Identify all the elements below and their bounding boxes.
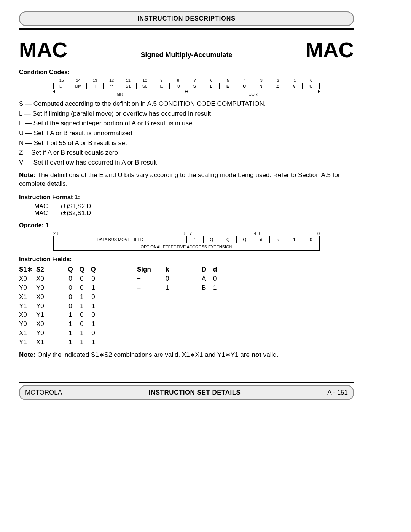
f-s1: Y0 <box>19 320 36 329</box>
hdr-q: Q <box>76 265 88 274</box>
fields-header-row: S1∗ S2 Q Q Q Sign k D d <box>19 265 354 274</box>
f-q: 0 <box>65 302 76 311</box>
ccr-bit: ** <box>104 83 120 89</box>
instruction-name: Signed Multiply-Accumulate <box>140 51 232 59</box>
bitnum: 15 <box>53 78 70 83</box>
format-mnemonic: MAC <box>34 203 61 210</box>
ccr-bit: U <box>236 83 253 89</box>
hdr-k: k <box>166 265 179 274</box>
opcode-bit: d <box>253 236 270 243</box>
f-sign: – <box>137 283 166 292</box>
ccr-bit: DM <box>70 83 87 89</box>
bitnum: 1 <box>287 78 303 83</box>
bitnum: 4 <box>236 78 253 83</box>
f-q: 1 <box>65 329 76 338</box>
f-q: 0 <box>88 329 99 338</box>
f-s1: X0 <box>19 274 36 283</box>
ccr-bit: L <box>203 83 220 89</box>
bitnum: 12 <box>103 78 120 83</box>
mr-ccr-labels: MR CCR <box>53 90 320 96</box>
bitnum: 3 <box>253 78 270 83</box>
f-d: 0 <box>213 274 221 283</box>
opcode-row-1: DATA BUS MOVE FIELD 1 Q Q Q d k 1 0 <box>53 236 320 243</box>
f-s2: Y0 <box>36 283 65 292</box>
bitnum: 7 <box>186 78 203 83</box>
bitnum: 11 <box>120 78 137 83</box>
f-q: 1 <box>76 302 88 311</box>
footer-right: A - 151 <box>327 389 348 396</box>
bitnum: 14 <box>70 78 87 83</box>
format-operands: (±)S2,S1,D <box>61 210 91 217</box>
condition-codes-heading: Condition Codes: <box>19 69 354 76</box>
fields-row: Y0 X0 1 0 1 <box>19 320 354 329</box>
hdr-s2: S2 <box>36 265 65 274</box>
f-k: 1 <box>166 283 179 292</box>
format-operands: (±)S1,S2,D <box>61 203 91 210</box>
fields-row: X0 Y1 1 0 0 <box>19 310 354 320</box>
fields-row: Y1 Y0 0 1 1 <box>19 302 354 311</box>
note-text: The definitions of the E and U bits vary… <box>19 171 340 187</box>
ccr-bit: S1 <box>120 83 137 89</box>
instruction-format-heading: Instruction Format 1: <box>19 194 354 201</box>
opcode-diagram: 23 8 7 4 3 0 DATA BUS MOVE FIELD 1 Q Q Q… <box>53 231 320 251</box>
f-q: 1 <box>65 310 76 320</box>
page-header-title: INSTRUCTION DESCRIPTIONS <box>137 15 236 22</box>
hdr-q: Q <box>65 265 76 274</box>
mr-label: MR <box>116 92 123 96</box>
note-text-post: valid. <box>261 351 278 358</box>
note-label: Note: <box>19 171 35 179</box>
mnemonic-right: MAC <box>305 37 354 62</box>
f-q: 0 <box>76 320 88 329</box>
header-rule <box>19 28 354 30</box>
opcode-bitnum: 8 <box>165 231 188 236</box>
bitnum: 0 <box>303 78 320 83</box>
cc-line: Z— Set if A or B result equals zero <box>19 148 354 158</box>
f-q: 0 <box>65 292 76 302</box>
ccr-bit: Z <box>269 83 286 89</box>
f-q: 0 <box>88 274 99 283</box>
opcode-data-bus-field: DATA BUS MOVE FIELD <box>54 236 187 243</box>
bitnum: 2 <box>270 78 287 83</box>
cc-line: N — Set if bit 55 of A or B result is se… <box>19 139 354 148</box>
f-sign: + <box>137 274 166 283</box>
format-mnemonic: MAC <box>34 210 61 217</box>
f-s1: Y0 <box>19 283 36 292</box>
condition-codes-note: Note: The definitions of the E and U bit… <box>19 171 354 189</box>
opcode-bitnum: 7 <box>188 231 248 236</box>
page-header-frame: INSTRUCTION DESCRIPTIONS <box>19 11 354 26</box>
opcode-bitnum: 23 <box>53 231 165 236</box>
footer-rule <box>19 382 354 383</box>
ccr-bit: I0 <box>170 83 186 89</box>
cc-line: L — Set if limiting (parallel move) or o… <box>19 109 354 119</box>
opcode-bitnum: 0 <box>266 231 320 236</box>
condition-code-descriptions: S — Computed according to the definition… <box>19 99 354 167</box>
ccr-bit: C <box>303 83 319 89</box>
opcode-bit: k <box>270 236 287 243</box>
f-s2: X1 <box>36 338 65 347</box>
opcode-bitnum: 4 <box>248 231 256 236</box>
ccr-bit: LF <box>54 83 70 89</box>
opcode-bit: 1 <box>286 236 303 243</box>
note-label: Note: <box>19 351 35 358</box>
opcode-bit: Q <box>237 236 253 243</box>
opcode-bit: Q <box>204 236 220 243</box>
f-D: A <box>202 274 213 283</box>
page-footer-frame: MOTOROLA INSTRUCTION SET DETAILS A - 151 <box>19 385 354 400</box>
footer-center: INSTRUCTION SET DETAILS <box>149 389 241 396</box>
ccr-bits-row: LF DM T ** S1 S0 I1 I0 S L E U N Z V C <box>53 83 320 89</box>
opcode-bit: 0 <box>303 236 320 243</box>
f-s2: Y1 <box>36 310 65 320</box>
fields-row: Y0 Y0 0 0 1 – 1 B 1 <box>19 283 354 292</box>
fields-row: Y1 X1 1 1 1 <box>19 338 354 347</box>
opcode-heading: Opcode: 1 <box>19 222 354 229</box>
f-q: 1 <box>65 338 76 347</box>
f-s2: X0 <box>36 320 65 329</box>
ccr-bit: E <box>220 83 236 89</box>
hdr-d: d <box>213 265 221 274</box>
ccr-label: CCR <box>249 92 258 96</box>
instruction-fields-note: Note: Only the indicated S1∗S2 combinati… <box>19 351 354 359</box>
opcode-bitnum: 3 <box>256 231 266 236</box>
ccr-bit: S0 <box>137 83 153 89</box>
opcode-bit-numbers: 23 8 7 4 3 0 <box>53 231 320 236</box>
f-q: 0 <box>76 310 88 320</box>
